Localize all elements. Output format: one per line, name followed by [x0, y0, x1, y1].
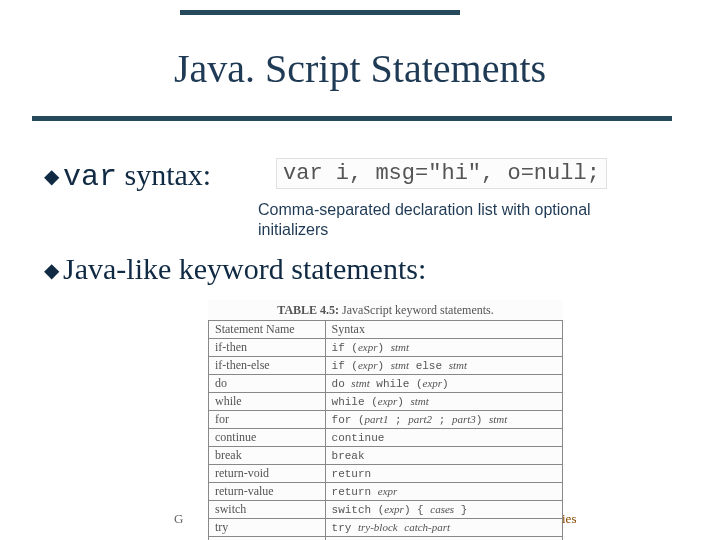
table-caption: TABLE 4.5: JavaScript keyword statements… [208, 300, 563, 320]
statement-name-cell: for [209, 411, 326, 429]
statement-name-cell: break [209, 447, 326, 465]
bullet-icon: ◆ [44, 165, 59, 187]
statement-name-cell: while [209, 393, 326, 411]
statement-name-cell: do [209, 375, 326, 393]
statement-syntax-cell: throw expr [325, 537, 562, 541]
statement-syntax-cell: switch (expr) { cases } [325, 501, 562, 519]
statement-syntax-cell: try try-block catch-part [325, 519, 562, 537]
statement-syntax-cell: if (expr) stmt else stmt [325, 357, 562, 375]
table-row: forfor (part1 ; part2 ; part3) stmt [209, 411, 563, 429]
table-row: trytry try-block catch-part [209, 519, 563, 537]
statement-name-cell: if-then [209, 339, 326, 357]
statement-name-cell: return-value [209, 483, 326, 501]
table-row: whilewhile (expr) stmt [209, 393, 563, 411]
table-row: if-thenif (expr) stmt [209, 339, 563, 357]
table-caption-text: JavaScript keyword statements. [339, 303, 494, 317]
statement-syntax-cell: do stmt while (expr) [325, 375, 562, 393]
keyword-statements-table: TABLE 4.5: JavaScript keyword statements… [208, 300, 563, 540]
table-row: dodo stmt while (expr) [209, 375, 563, 393]
statement-name-cell: continue [209, 429, 326, 447]
statements-table: Statement Name Syntax if-thenif (expr) s… [208, 320, 563, 540]
table-row: if-then-elseif (expr) stmt else stmt [209, 357, 563, 375]
bullet-var-code: var [63, 160, 117, 194]
footer-right-fragment: ies [562, 511, 576, 527]
title-underline [32, 116, 672, 121]
statement-syntax-cell: if (expr) stmt [325, 339, 562, 357]
slide-title: Java. Script Statements [0, 45, 720, 92]
table-row: continuecontinue [209, 429, 563, 447]
table-caption-label: TABLE 4.5: [277, 303, 339, 317]
table-row: breakbreak [209, 447, 563, 465]
statement-syntax-cell: for (part1 ; part2 ; part3) stmt [325, 411, 562, 429]
statement-name-cell: return-void [209, 465, 326, 483]
statement-name-cell: throw [209, 537, 326, 541]
bullet-java-like-text: Java-like keyword statements: [63, 252, 426, 285]
statement-name-cell: switch [209, 501, 326, 519]
top-rule [180, 10, 460, 15]
table-header-syntax: Syntax [325, 321, 562, 339]
statement-syntax-cell: continue [325, 429, 562, 447]
table-row: throwthrow expr [209, 537, 563, 541]
bullet-java-like: ◆Java-like keyword statements: [44, 254, 426, 284]
footer-left-fragment: G [174, 511, 183, 527]
bullet-icon: ◆ [44, 259, 59, 281]
statement-syntax-cell: break [325, 447, 562, 465]
statement-name-cell: try [209, 519, 326, 537]
statement-syntax-cell: while (expr) stmt [325, 393, 562, 411]
bullet-var-rest: syntax: [117, 158, 211, 191]
table-header-name: Statement Name [209, 321, 326, 339]
var-note: Comma-separated declaration list with op… [258, 200, 618, 240]
table-row: return-valuereturn expr [209, 483, 563, 501]
statement-syntax-cell: return expr [325, 483, 562, 501]
table-row: switchswitch (expr) { cases } [209, 501, 563, 519]
statement-name-cell: if-then-else [209, 357, 326, 375]
statement-syntax-cell: return [325, 465, 562, 483]
var-example-code: var i, msg="hi", o=null; [276, 158, 607, 189]
bullet-var-syntax: ◆var syntax: [44, 160, 211, 192]
table-row: return-voidreturn [209, 465, 563, 483]
